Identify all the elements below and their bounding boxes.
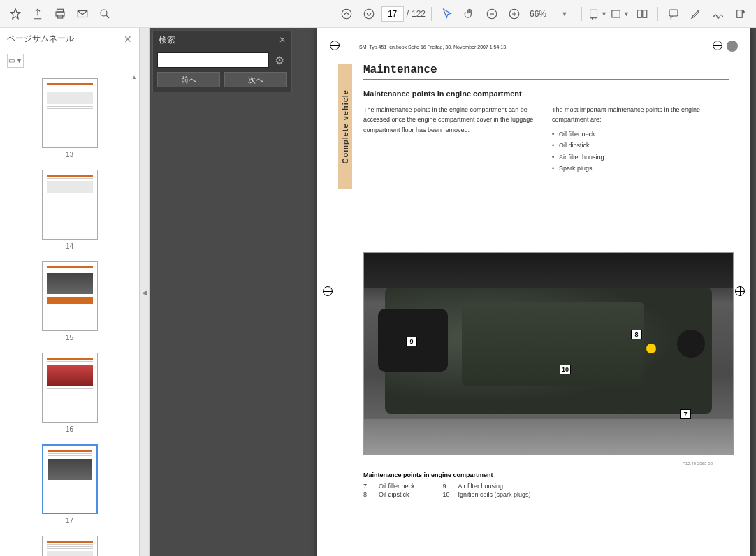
svg-rect-13	[669, 10, 678, 16]
svg-rect-14	[737, 10, 743, 17]
caption-item: 9Air filter housing	[443, 483, 531, 490]
thumbnail-number: 16	[42, 425, 98, 433]
paragraph-right: The most important maintenance points in…	[552, 105, 729, 125]
close-icon[interactable]: ✕	[124, 34, 132, 45]
page-total: 122	[412, 9, 426, 19]
highlight-icon[interactable]	[686, 4, 706, 24]
zoom-out-icon[interactable]	[482, 4, 502, 24]
bullet-item: Spark plugs	[552, 163, 729, 173]
svg-rect-2	[57, 15, 63, 18]
page-input[interactable]	[381, 6, 404, 22]
page-subheading: Maintenance points in engine compartment	[363, 89, 729, 98]
caption-item: 10Ignition coils (spark plugs)	[443, 491, 531, 498]
thumbnail-number: 13	[42, 151, 98, 159]
search-icon[interactable]	[95, 4, 115, 24]
page-indicator: / 122	[381, 6, 426, 22]
fit-width-icon[interactable]: ▼	[588, 4, 607, 24]
thumbnail[interactable]: 15	[42, 261, 98, 342]
svg-point-4	[101, 10, 107, 16]
book-info: SM_Typ 451_en.book Seite 16 Freitag, 30.…	[359, 45, 729, 50]
bullet-item: Air filter housing	[552, 152, 729, 162]
toolbar: / 122 66% ▼ ▼ ▼	[0, 0, 756, 28]
close-icon[interactable]: ✕	[279, 35, 286, 45]
thumbnail-number: 14	[42, 242, 98, 250]
caption-title: Maintenance points in engine compartment	[363, 471, 729, 478]
page-sep: /	[407, 9, 409, 19]
chevron-down-icon: ▼	[553, 10, 576, 17]
print-icon[interactable]	[50, 4, 70, 24]
thumbnail[interactable]: 16	[42, 353, 98, 433]
document-viewer[interactable]: 検索 ✕ ⚙ 前へ 次へ SM_Typ 451_en.	[150, 28, 756, 556]
fit-page-icon[interactable]: ▼	[610, 4, 630, 24]
gear-icon[interactable]: ⚙	[272, 52, 287, 68]
zoom-in-icon[interactable]	[504, 4, 524, 24]
hand-icon[interactable]	[460, 4, 479, 24]
thumbnail-number: 17	[42, 517, 98, 525]
sign-icon[interactable]	[708, 4, 728, 24]
comment-icon[interactable]	[664, 4, 683, 24]
sidebar-options-button[interactable]: ▭▼	[7, 54, 24, 68]
thumbnail[interactable]: 13	[42, 78, 98, 159]
svg-point-6	[364, 9, 374, 19]
search-prev-button[interactable]: 前へ	[157, 72, 220, 87]
engine-photo: 9 8 10 7	[363, 252, 734, 455]
search-input[interactable]	[157, 52, 269, 68]
caption-item: 7Oil filler neck	[363, 483, 415, 490]
thumbnail-list[interactable]: ▲ 13 14 15 16 17 18	[0, 71, 139, 556]
bookmark-icon[interactable]	[6, 4, 25, 24]
sidebar-title: ページサムネール	[7, 33, 74, 45]
pointer-icon[interactable]	[437, 4, 457, 24]
page-up-icon[interactable]	[337, 4, 356, 24]
svg-rect-11	[637, 10, 641, 17]
svg-rect-12	[643, 10, 647, 17]
thumbnail-sidebar: ページサムネール ✕ ▭▼ ▲ 13 14 15 16	[0, 28, 140, 556]
callout-7: 7	[680, 409, 691, 419]
search-next-button[interactable]: 次へ	[224, 72, 287, 87]
side-tab: Complete vehicle	[338, 64, 352, 189]
bullet-list: Oil filler neck Oil dipstick Air filter …	[552, 129, 729, 174]
search-panel: 検索 ✕ ⚙ 前へ 次へ	[152, 31, 292, 92]
collapse-sidebar-button[interactable]: ◂	[140, 28, 150, 556]
side-tab-label: Complete vehicle	[341, 89, 349, 163]
page-down-icon[interactable]	[359, 4, 379, 24]
scroll-up-icon[interactable]: ▲	[131, 74, 137, 80]
thumbnail[interactable]: 14	[42, 170, 98, 250]
zoom-value: 66%	[527, 9, 549, 19]
caption-item: 8Oil dipstick	[363, 491, 415, 498]
rotate-icon[interactable]	[731, 4, 750, 24]
callout-9: 9	[406, 337, 417, 346]
search-title: 検索	[159, 34, 175, 46]
bullet-item: Oil filler neck	[552, 129, 729, 139]
thumbnail[interactable]: 17	[42, 444, 98, 525]
paragraph-left: The maintenance points in the engine com…	[363, 105, 541, 175]
svg-rect-10	[612, 10, 620, 17]
zoom-level[interactable]: 66% ▼	[527, 9, 576, 19]
callout-10: 10	[560, 365, 571, 374]
view-mode-icon[interactable]	[632, 4, 652, 24]
upload-icon[interactable]	[28, 4, 48, 24]
svg-rect-9	[590, 10, 597, 17]
thumbnail-number: 15	[42, 334, 98, 342]
photo-credit: P12.40-2063-00	[338, 462, 713, 466]
bullet-item: Oil dipstick	[552, 140, 729, 150]
callout-8: 8	[631, 330, 642, 339]
pdf-page: SM_Typ 451_en.book Seite 16 Freitag, 30.…	[317, 28, 750, 556]
thumbnail[interactable]: 18	[42, 536, 98, 556]
svg-point-5	[342, 9, 351, 19]
page-heading: Maintenance	[363, 64, 729, 80]
mail-icon[interactable]	[73, 4, 92, 24]
